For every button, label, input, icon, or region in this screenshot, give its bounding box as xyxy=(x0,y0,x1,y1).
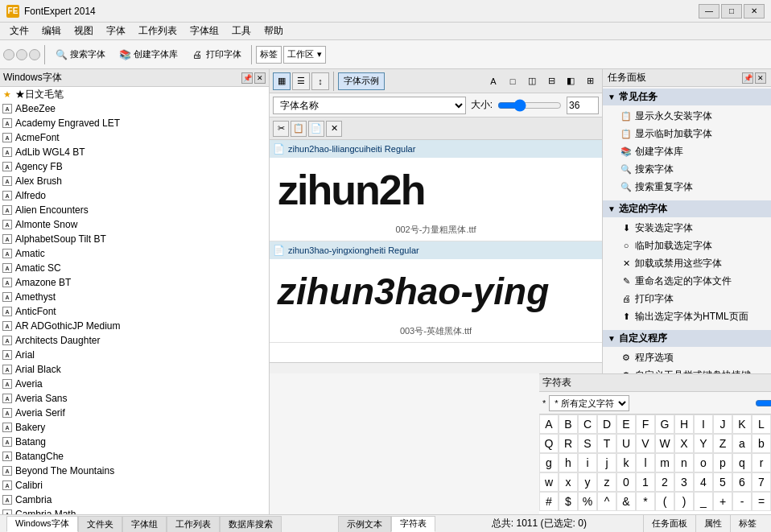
font-list-item[interactable]: AAmethyst xyxy=(0,290,269,304)
ct-btn-2[interactable]: □ xyxy=(504,72,522,90)
char-cell[interactable]: = xyxy=(752,492,771,511)
char-cell[interactable]: _ xyxy=(694,492,713,511)
char-cell[interactable]: B xyxy=(559,414,578,434)
font-list-item[interactable]: AAlien Encounters xyxy=(0,203,269,217)
tab-char-table[interactable]: 字符表 xyxy=(391,516,435,532)
char-cell[interactable]: F xyxy=(636,414,655,434)
char-cell[interactable]: + xyxy=(713,492,732,511)
char-cell[interactable]: 2 xyxy=(655,472,674,492)
char-cell[interactable]: $ xyxy=(559,492,578,511)
char-cell[interactable]: % xyxy=(578,492,597,511)
custom-program-header[interactable]: ▼ 自定义程序 xyxy=(603,330,771,347)
char-cell[interactable]: 3 xyxy=(674,472,694,492)
font-list-item[interactable]: AAnticFont xyxy=(0,304,269,319)
grid-view-button[interactable]: ▦ xyxy=(273,72,291,90)
tab-font-groups[interactable]: 字体组 xyxy=(122,516,167,532)
copy-button[interactable]: 📋 xyxy=(291,121,307,137)
menu-item[interactable]: 视图 xyxy=(68,23,100,39)
font-list-item[interactable]: AAmatic SC xyxy=(0,261,269,275)
char-cell[interactable]: Y xyxy=(694,434,713,453)
list-view-button[interactable]: ☰ xyxy=(292,72,310,90)
menu-item[interactable]: 字体 xyxy=(100,23,132,39)
ct-btn-4[interactable]: ⊟ xyxy=(542,72,560,90)
char-cell[interactable]: T xyxy=(597,434,616,453)
btn-circle-1[interactable] xyxy=(3,49,14,60)
char-cell[interactable]: * xyxy=(636,492,655,511)
menu-item[interactable]: 编辑 xyxy=(35,23,68,39)
char-cell[interactable]: m xyxy=(655,453,674,472)
char-cell[interactable]: Z xyxy=(713,434,732,453)
search-duplicate-fonts[interactable]: 🔍 搜索重复字体 xyxy=(616,178,771,196)
char-cell[interactable]: U xyxy=(616,434,636,453)
search-font-button[interactable]: 🔍 搜索字体 xyxy=(49,43,111,66)
menu-item[interactable]: 字体组 xyxy=(183,23,225,39)
size-input[interactable]: 36 xyxy=(567,97,599,114)
selected-font-header[interactable]: ▼ 选定的字体 xyxy=(603,200,771,217)
menu-item[interactable]: 帮助 xyxy=(258,23,290,39)
font-list-item[interactable]: ABatangChe xyxy=(0,449,269,464)
char-cell[interactable]: z xyxy=(597,472,616,492)
font-list-item[interactable]: AAcademy Engraved LET xyxy=(0,116,269,130)
btn-circle-3[interactable] xyxy=(29,49,40,60)
font-list-item[interactable]: AAmazone BT xyxy=(0,275,269,290)
font-list-item[interactable]: AAveria Serif xyxy=(0,406,269,420)
char-cell[interactable]: 0 xyxy=(616,472,636,492)
font-list-item[interactable]: ACambria xyxy=(0,493,269,507)
char-size-slider[interactable] xyxy=(755,397,771,410)
install-selected[interactable]: ⬇ 安装选定字体 xyxy=(616,219,771,237)
panel-pin-button[interactable]: 📌 xyxy=(241,72,253,84)
close-button[interactable]: ✕ xyxy=(744,4,765,19)
char-cell[interactable]: X xyxy=(674,434,694,453)
font-list-item[interactable]: ★★日文毛笔 xyxy=(0,87,269,101)
char-cell[interactable]: k xyxy=(616,453,636,472)
font-list-item[interactable]: ACalibri xyxy=(0,478,269,493)
ct-btn-6[interactable]: ⊞ xyxy=(581,72,599,90)
char-cell[interactable]: q xyxy=(732,453,752,472)
char-cell[interactable]: L xyxy=(752,414,771,434)
char-cell[interactable]: i xyxy=(578,453,597,472)
char-cell[interactable]: j xyxy=(597,453,616,472)
char-cell[interactable]: n xyxy=(674,453,694,472)
font-list-item[interactable]: ABatang xyxy=(0,435,269,449)
show-permanent-fonts[interactable]: 📋 显示永久安装字体 xyxy=(616,107,771,125)
common-tasks-header[interactable]: ▼ 常见任务 xyxy=(603,89,771,105)
char-cell[interactable]: J xyxy=(713,414,732,434)
font-list-item[interactable]: AAveria xyxy=(0,377,269,391)
print-font-task[interactable]: 🖨 打印字体 xyxy=(616,290,771,307)
cut-button[interactable]: ✂ xyxy=(273,121,289,137)
char-cell[interactable]: E xyxy=(616,414,636,434)
char-cell[interactable]: S xyxy=(578,434,597,453)
tag-control[interactable]: 标签 xyxy=(256,46,282,64)
char-cell[interactable]: G xyxy=(655,414,674,434)
create-library-task[interactable]: 📚 创建字体库 xyxy=(616,142,771,160)
right-tab-tags[interactable]: 标签 xyxy=(730,515,765,533)
char-cell[interactable]: b xyxy=(752,434,771,453)
task-panel-close[interactable]: ✕ xyxy=(755,72,766,84)
font-list-item[interactable]: ABeyond The Mountains xyxy=(0,464,269,478)
search-fonts-task[interactable]: 🔍 搜索字体 xyxy=(616,160,771,178)
temp-load-selected[interactable]: ○ 临时加载选定字体 xyxy=(616,237,771,254)
preview-label-btn[interactable]: 字体示例 xyxy=(338,72,385,90)
task-panel-pin[interactable]: 📌 xyxy=(742,72,753,84)
char-cell[interactable]: 1 xyxy=(636,472,655,492)
menu-item[interactable]: 工具 xyxy=(225,23,258,39)
tab-work-list[interactable]: 工作列表 xyxy=(167,516,220,532)
right-tab-props[interactable]: 属性 xyxy=(695,515,730,533)
menu-item[interactable]: 文件 xyxy=(3,23,35,39)
uninstall-fonts[interactable]: ✕ 卸载或禁用这些字体 xyxy=(616,254,771,272)
char-cell[interactable]: o xyxy=(694,453,713,472)
font-list-item[interactable]: ABakery xyxy=(0,420,269,435)
char-cell[interactable]: l xyxy=(636,453,655,472)
font-list-item[interactable]: AArial Black xyxy=(0,362,269,377)
workspace-control[interactable]: 工作区 ▾ xyxy=(283,46,326,64)
char-cell[interactable]: K xyxy=(732,414,752,434)
minimize-button[interactable]: — xyxy=(699,4,719,19)
print-font-button[interactable]: 🖨 打印字体 xyxy=(185,43,247,66)
char-cell[interactable]: y xyxy=(578,472,597,492)
font-list-item[interactable]: AAlfredo xyxy=(0,188,269,203)
char-cell[interactable]: V xyxy=(636,434,655,453)
char-cell[interactable]: g xyxy=(539,453,559,472)
font-list-item[interactable]: AArchitects Daughter xyxy=(0,333,269,348)
char-cell[interactable]: p xyxy=(713,453,732,472)
tab-folders[interactable]: 文件夹 xyxy=(78,516,122,532)
